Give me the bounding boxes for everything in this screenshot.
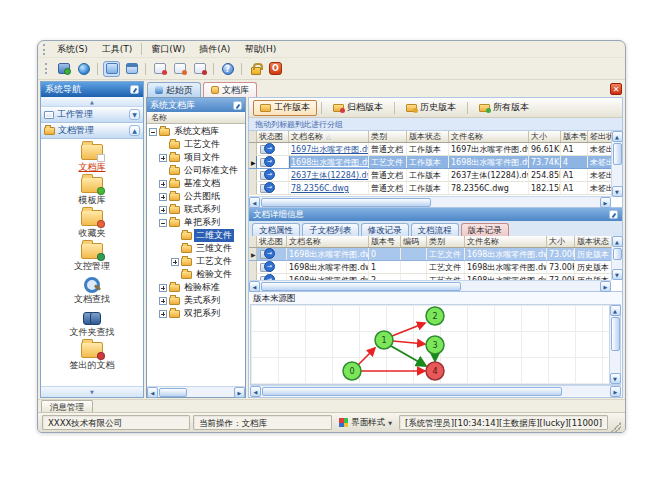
expand-icon[interactable]	[159, 284, 167, 292]
folder-icon[interactable]	[103, 61, 120, 77]
message-management-tab[interactable]: 消息管理	[41, 400, 93, 412]
document-row[interactable]: 78.2356C.dwg 普通文档 工作版本 78.2356C.dwg 182.…	[249, 182, 622, 195]
scroll-right-icon[interactable]: ▶	[600, 281, 611, 292]
grid-vertical-scrollbar[interactable]: ▲ ▼	[611, 236, 622, 280]
tab-doc-properties[interactable]: 文档属性	[252, 223, 300, 236]
column-header-vstate[interactable]: 版本状态	[407, 131, 449, 142]
tab-doc-flow[interactable]: 文档流程	[411, 223, 459, 236]
tab-modification-records[interactable]: 修改记录	[361, 223, 409, 236]
sidebar-item-folder-search[interactable]: 文件夹查找	[44, 309, 140, 339]
toolbar-grip[interactable]	[43, 44, 46, 55]
scroll-down-icon[interactable]: ▼	[612, 186, 623, 197]
ui-style-button[interactable]: 界面样式 ▼	[335, 415, 396, 430]
scroll-up-icon[interactable]: ▲	[612, 131, 623, 142]
scroll-left-icon[interactable]: ◀	[249, 197, 260, 208]
scroll-thumb[interactable]	[611, 317, 620, 351]
menu-tools[interactable]: 工具(T)	[95, 42, 140, 57]
toolbar-grip[interactable]	[45, 63, 48, 74]
scroll-left-icon[interactable]: ◀	[249, 281, 260, 292]
column-header-size[interactable]: 大小	[529, 131, 561, 142]
column-header-status[interactable]: 状态图	[257, 131, 289, 142]
sidebar-item-favorites[interactable]: 收藏夹	[44, 210, 140, 240]
pin-icon[interactable]	[609, 210, 618, 219]
column-header-size[interactable]: 大小	[547, 236, 575, 247]
sidebar-group-document[interactable]: 文档管理 ▲	[41, 123, 143, 139]
archive-version-button[interactable]: 归档版本	[326, 100, 390, 116]
menu-help[interactable]: 帮助(H)	[237, 42, 283, 57]
collapse-icon[interactable]	[159, 219, 167, 227]
expand-icon[interactable]	[159, 310, 167, 318]
all-version-button[interactable]: 所有版本	[472, 100, 536, 116]
collapse-icon[interactable]	[149, 128, 157, 136]
resize-grip[interactable]	[611, 422, 621, 432]
tree-node[interactable]: 三维文件	[147, 242, 245, 255]
scroll-right-icon[interactable]: ▶	[610, 386, 621, 397]
scroll-up-icon[interactable]: ▲	[612, 236, 623, 247]
pin-icon[interactable]	[130, 85, 139, 94]
graph-horizontal-scrollbar[interactable]: ◀ ▶	[250, 385, 621, 396]
sidebar-group-work[interactable]: 工作管理 ▼	[41, 107, 143, 123]
version-row[interactable]: 1698出水嘴零件图.dwg 2 工艺文件 1698出水嘴零件图.dwg 73.…	[249, 274, 622, 280]
tree-node-selected[interactable]: 二维文件	[147, 229, 245, 242]
scroll-thumb[interactable]	[159, 388, 187, 397]
expand-icon[interactable]	[159, 154, 167, 162]
sidebar-scroll-up[interactable]: ▲	[41, 97, 143, 107]
tree-node[interactable]: 单把系列	[147, 216, 245, 229]
sidebar-item-checked-out-docs[interactable]: 签出的文档	[44, 342, 140, 372]
help-icon[interactable]: ?	[219, 61, 236, 77]
column-header-filename[interactable]: 文件名称	[465, 236, 547, 247]
history-version-button[interactable]: 历史版本	[399, 100, 463, 116]
tab-subdoc-list[interactable]: 子文档列表	[302, 223, 359, 236]
grid-vertical-scrollbar[interactable]: ▲ ▼	[611, 131, 622, 197]
scroll-thumb[interactable]	[261, 198, 431, 207]
work-version-button[interactable]: 工作版本	[253, 100, 317, 116]
tree-horizontal-scrollbar[interactable]: ◀ ▶	[147, 386, 245, 397]
tree-node[interactable]: 公司标准文件	[147, 164, 245, 177]
sidebar-item-doc-control[interactable]: 文控管理	[44, 243, 140, 273]
tree-node[interactable]: 联式系列	[147, 203, 245, 216]
tab-start-page[interactable]: 起始页	[147, 82, 201, 97]
scroll-right-icon[interactable]: ▶	[600, 197, 611, 208]
expand-icon[interactable]	[159, 193, 167, 201]
close-icon[interactable]: ✕	[610, 83, 622, 95]
scroll-down-icon[interactable]: ▼	[610, 373, 621, 384]
tree-node[interactable]: 系统文档库	[147, 125, 245, 138]
column-header-version[interactable]: 版本号	[369, 236, 401, 247]
scroll-up-icon[interactable]: ▲	[610, 305, 621, 316]
menu-plugins[interactable]: 插件(A)	[192, 42, 237, 57]
tree-node[interactable]: 检验标准	[147, 281, 245, 294]
column-header-docname[interactable]: 文档名称△	[289, 131, 369, 142]
expand-icon[interactable]	[159, 206, 167, 214]
expand-icon[interactable]	[159, 297, 167, 305]
tree-node[interactable]: 公共图纸	[147, 190, 245, 203]
pin-icon[interactable]	[233, 101, 242, 110]
scroll-left-icon[interactable]: ◀	[250, 386, 261, 397]
sidebar-item-doc-search[interactable]: 文档查找	[44, 276, 140, 306]
window-icon[interactable]	[123, 61, 140, 77]
chevron-up-icon[interactable]: ▲	[129, 125, 140, 136]
chevron-down-icon[interactable]: ▼	[129, 109, 140, 120]
expand-icon[interactable]	[171, 258, 179, 266]
document-link[interactable]: 2637主体(12284).dwg	[291, 171, 369, 180]
exit-icon[interactable]: O	[267, 61, 284, 77]
menu-system[interactable]: 系统(S)	[50, 42, 95, 57]
lock-icon[interactable]	[247, 61, 264, 77]
tab-document-library[interactable]: 文档库	[203, 82, 257, 97]
scroll-thumb[interactable]	[261, 282, 461, 291]
tab-version-records[interactable]: 版本记录	[461, 223, 509, 236]
scroll-thumb[interactable]	[262, 387, 562, 396]
column-header-vstate[interactable]: 版本状态	[575, 236, 615, 247]
tree-node[interactable]: 工艺文件	[147, 138, 245, 151]
tree-column-header[interactable]: 名称	[147, 112, 245, 124]
document-row[interactable]: 2637主体(12284).dwg 普通文档 工作版本 2637主体(12284…	[249, 169, 622, 182]
grid-horizontal-scrollbar[interactable]: ◀ ▶	[249, 280, 611, 291]
scroll-thumb[interactable]	[613, 248, 622, 260]
sidebar-item-template-library[interactable]: 模板库	[44, 177, 140, 207]
column-header-filename[interactable]: 文件名称	[449, 131, 529, 142]
scroll-right-icon[interactable]: ▶	[234, 387, 245, 398]
version-row[interactable]: 1698出水嘴零件图.dwg 1 工艺文件 1698出水嘴零件图.dwg 73.…	[249, 261, 622, 274]
scroll-left-icon[interactable]: ◀	[147, 387, 158, 398]
doc-cancel-icon[interactable]	[191, 61, 208, 77]
menu-window[interactable]: 窗口(W)	[144, 42, 192, 57]
graph-vertical-scrollbar[interactable]: ▲ ▼	[609, 305, 620, 384]
